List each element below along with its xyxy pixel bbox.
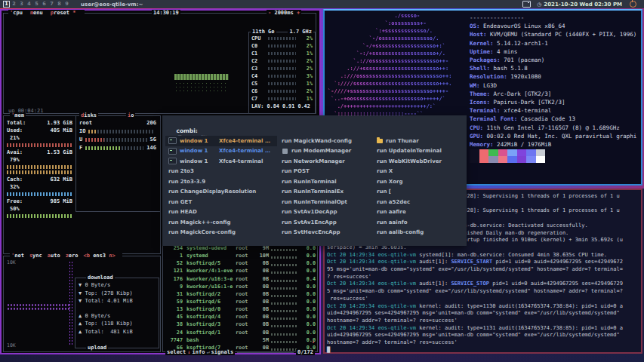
launcher-item-[[interactable]: run [ [374, 187, 464, 198]
mem-stat: Free:985 MiB [4, 198, 75, 205]
launcher-item-head[interactable]: run HEAD [165, 207, 277, 218]
process-row[interactable]: 13ksoftirqd/0root0B0.0 [165, 305, 316, 313]
launcher-item-a52dec[interactable]: run a52dec [374, 197, 464, 207]
launcher-item-updateinterminal[interactable]: run UpdateInTerminal [374, 146, 464, 157]
terminal-color-swatch [526, 156, 536, 163]
mem-meter [7, 214, 72, 218]
launcher-item-webkitwebdriver[interactable]: run WebKitWebDriver [374, 156, 464, 167]
workspace-5[interactable]: 5 [33, 1, 40, 8]
launcher-item-runinterminalex[interactable]: run RunInTerminalEx [279, 187, 372, 198]
launcher-item-xorg[interactable]: run Xorg [374, 176, 464, 187]
info-label[interactable]: info [191, 349, 207, 355]
launcher-item-x[interactable]: run X [374, 167, 464, 177]
process-row[interactable]: 121kworker/4:1-everoot0B0.0 [165, 267, 316, 275]
cpu-interval-control[interactable]: - 2000ms + [267, 10, 301, 17]
neofetch-uptime: Uptime: 4 mins [470, 48, 636, 56]
cpu-box-titles[interactable]: 'cpumenupreset * [8, 10, 85, 17]
launcher-item-runinterminal[interactable]: run RunInTerminal [279, 176, 372, 187]
power-icon[interactable] [630, 1, 636, 8]
mem-box-title[interactable]: 'mem [10, 112, 26, 119]
journal-line: █ [327, 347, 639, 354]
journal-line: res=success' [327, 296, 639, 303]
launcher-item-window[interactable]: window 1Xfce4-terminal … [165, 136, 277, 146]
launcher-item-magickcore-config[interactable]: run MagickCore-config [165, 228, 277, 238]
net-axis-bottom: 10K [7, 342, 16, 349]
signals-label[interactable]: signals [210, 349, 236, 355]
launcher-item-changedisplayresolution[interactable]: run ChangeDisplayResolution [165, 187, 277, 198]
workspace-1[interactable]: 1 [3, 1, 10, 8]
terminal-color-swatch [526, 149, 536, 156]
workspace-8[interactable]: 8 [56, 1, 63, 8]
launcher-item-get[interactable]: run GET [165, 197, 277, 207]
clock-icon: ◷ [537, 2, 541, 8]
mem-meter [7, 192, 72, 196]
process-row[interactable]: 52ksoftirqd/5root0B0.0 [165, 259, 316, 267]
mem-percent: 32% [4, 183, 75, 191]
mem-meter [7, 143, 72, 147]
upload-title: upload [86, 345, 108, 351]
neofetch-theme: Theme: Arc-Dark [GTK2/3] [470, 90, 636, 98]
scroll-down-icon[interactable]: ↓ [312, 339, 315, 345]
neofetch-terminal-font: Terminal Font: Cascadia Code 13 [470, 115, 636, 123]
process-row[interactable]: 9kworker/u16:1-eroot0B0.0 [165, 283, 316, 290]
launcher-item-networkmanager[interactable]: run NetworkManager [279, 156, 372, 167]
net-box-titles[interactable]: 'netsyncautozero<b ens3 n> [10, 253, 122, 259]
core-row-C0: C02% [249, 42, 315, 50]
journal-line: Oct 20 14:29:34 eos-qtile-vm audit[1]: S… [327, 259, 639, 266]
process-row[interactable]: 176kworker/u16:3-eroot0B0.4 [165, 275, 316, 283]
launcher-item-2to3-3.9[interactable]: run 2to3-3.9 [165, 176, 277, 187]
net-axis-top: 10K [7, 259, 16, 266]
launcher-item-runinterminalopt[interactable]: run RunInTerminalOpt [279, 197, 372, 207]
systray-window-icon[interactable] [522, 1, 531, 8]
mem-meter [7, 165, 72, 169]
process-row[interactable]: 59ksoftirqd/6root0B0.0 [165, 298, 316, 305]
core-row-C3: C32% [249, 65, 315, 72]
process-row[interactable]: 1systemdroot10M0.0 [165, 252, 316, 259]
workspace-9[interactable]: 9 [63, 1, 70, 8]
neofetch-shell: Shell: bash 5.1.8 [470, 64, 636, 72]
neofetch-gpu: GPU: 00:02.0 Red Hat, Inc. QXL paravirtu… [470, 132, 636, 140]
io-box-title[interactable]: io [126, 112, 135, 119]
launcher-item-svtav1decapp[interactable]: run SvtAv1DecApp [279, 207, 372, 218]
modem-icon [282, 149, 288, 154]
launcher-item-post[interactable]: run POST [279, 167, 372, 177]
net-stat: ▼ 0 Byte/s [75, 281, 159, 290]
process-row[interactable]: 7747bash5M0.0 [165, 336, 316, 344]
disks-box-title[interactable]: disks [79, 112, 98, 119]
process-row[interactable]: 31ksoftirqd/2root0B0.0 [165, 290, 316, 298]
launcher-item-magick++-config[interactable]: run Magick++-config [165, 217, 277, 228]
launcher-item-window[interactable]: window 1Xfce4-terminal … [165, 146, 277, 157]
launcher-item-svtav1encapp[interactable]: run SvtAv1EncApp [279, 217, 372, 228]
workspace-4[interactable]: 4 [26, 1, 32, 8]
launcher-item-modemmanager[interactable]: run ModemManager [279, 146, 372, 157]
mem-percent: 21% [4, 134, 75, 142]
launcher-item-svthevcencapp[interactable]: run SvtHevcEncApp [279, 228, 372, 238]
mem-stat: Total:1.93 GiB [4, 119, 75, 127]
launcher-item-aafire[interactable]: run aafire [374, 207, 464, 218]
workspace-6[interactable]: 6 [41, 1, 48, 8]
process-row[interactable]: 24ksoftirqd/1root0B0.0 [165, 329, 316, 336]
load-average: LAV: 0.84 0.91 0.42 [249, 103, 315, 110]
terminal-icon [168, 148, 177, 155]
launcher-item-2to3[interactable]: run 2to3 [165, 167, 277, 177]
mem-percent: 79% [4, 156, 75, 164]
workspace-2[interactable]: 2 [11, 1, 17, 8]
launcher-item-magickwand-config[interactable]: run MagickWand-config [279, 136, 372, 146]
select-label[interactable]: select [165, 349, 187, 355]
endeavouros-ascii-logo: ./sssso- `:ossssssss+- `:+sssssssssssso/… [328, 12, 451, 118]
net-box: 'netsyncautozero<b ens3 n> 10K 10K downl… [3, 256, 161, 352]
rofi-launcher[interactable]: combi: Type to filter window 1Xfce4-term… [162, 115, 467, 246]
journal-line: Oct 20 14:29:34 eos-qtile-vm audit[1]: S… [327, 281, 639, 288]
process-row[interactable]: 45ksoftirqd/4root0B0.0 [165, 313, 316, 321]
launcher-item-thunar[interactable]: run Thunar [374, 136, 464, 146]
workspace-7[interactable]: 7 [48, 1, 55, 8]
journal-line: uid=4294967295 ses=4294967295 msg='unit=… [327, 332, 639, 339]
workspace-3[interactable]: 3 [18, 1, 25, 8]
process-row[interactable]: 38ksoftirqd/3root0B0.0 [165, 321, 316, 328]
process-list[interactable]: 254systemd-udevdroot9M0.01systemdroot10M… [165, 244, 316, 351]
launcher-item-aainfo[interactable]: run aainfo [374, 217, 464, 228]
terminal-color-swatch [507, 156, 517, 163]
launcher-item-aalib-config[interactable]: run aalib-config [374, 228, 464, 238]
launcher-item-window[interactable]: window 1Xfce4-terminal [165, 156, 277, 167]
net-stat: ▲ Top: (118 Kibp) [75, 320, 159, 328]
